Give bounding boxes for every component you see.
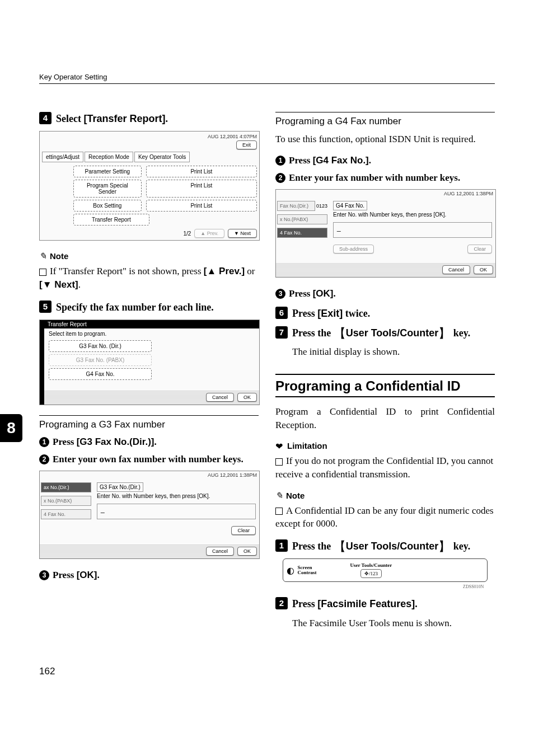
box-setting-button[interactable]: Box Setting (73, 200, 142, 212)
step7-tail: key. (451, 327, 470, 339)
limitation-body: If you do not program the Confidential I… (275, 454, 495, 481)
confidential-id-body: Program a Confidential ID to print Confi… (275, 405, 495, 433)
g3-heading: Programing a G3 Fax number (39, 415, 259, 430)
step6-lead: Press (292, 308, 317, 319)
note-label-2: Note (286, 491, 305, 500)
substep-3-number: 3 (39, 570, 49, 580)
sub-address-button[interactable]: Sub-address (333, 245, 374, 253)
screenshot-g3-entry: AUG 12,2001 1:38PM ax No.(Dir.) x No.(PA… (39, 471, 260, 559)
print-list-button-1[interactable]: Print List (146, 166, 257, 177)
tab-reception-mode[interactable]: Reception Mode (85, 152, 133, 162)
parameter-setting-button[interactable]: Parameter Setting (73, 166, 142, 177)
g3-fax-pabx-button[interactable]: G3 Fax No. (PABX) (49, 354, 152, 366)
prev-key-label: [▲ Prev.] (204, 266, 245, 276)
shot3-field: G3 Fax No.(Dir.) (97, 482, 143, 492)
stepA1-lead: Press the (292, 541, 334, 552)
side-tab-g4[interactable]: 4 Fax No. (41, 509, 91, 519)
step-a2-body: The Facsimile User Tools menu is shown. (292, 617, 495, 631)
clear-button-4[interactable]: Clear (467, 245, 492, 253)
exit-label: [Exit] (317, 308, 343, 319)
running-header: Key Operator Setting (39, 73, 495, 84)
print-list-button-2[interactable]: Print List (146, 180, 257, 198)
stepA1-tail: key. (451, 541, 470, 552)
step-a2-text: Press [Facsimile Features]. (292, 597, 418, 611)
side-tab-dir-4[interactable]: Fax No.(Dir.) (277, 201, 315, 211)
g4-substep-2-number: 2 (275, 173, 285, 183)
step-number-6: 6 (275, 307, 288, 319)
user-tools-button[interactable]: ✥/123 (360, 569, 382, 578)
g4-substep-3-number: 3 (275, 289, 285, 299)
illustration-code: ZDSS010N (287, 584, 484, 589)
next-page-button[interactable]: ▼ Next (228, 229, 257, 238)
g4-sub2-text: Enter your fax number with number keys. (289, 172, 460, 185)
user-tools-counter-label: User Tools/Counter (350, 562, 392, 568)
step7-body: The initial display is shown. (292, 345, 495, 359)
g4-sub1-lead: Press (289, 155, 313, 166)
confidential-id-heading: Programing a Confidential ID (275, 374, 495, 397)
g3-sub1-text: Press [G3 Fax No.(Dir.)]. (53, 436, 157, 449)
prev-page-button[interactable]: ▲ Prev. (194, 229, 224, 238)
fax-number-input[interactable]: _ (97, 504, 256, 519)
step-6-text: Press [Exit] twice. (292, 307, 370, 320)
tab-settings-adjust[interactable]: ettings/Adjust (42, 152, 83, 162)
note-heading: Note (39, 251, 259, 261)
note-or: or (245, 266, 255, 276)
limitation-text: If you do not program the Confidential I… (275, 456, 493, 480)
g3-sub3-lead: Press (53, 570, 77, 580)
side-tab-pabx[interactable]: x No.(PABX) (41, 496, 91, 506)
side-tab-g4-4[interactable]: 4 Fax No. (277, 228, 327, 238)
shot3-instruction: Enter No. with Number keys, then press [… (97, 493, 256, 499)
chapter-tab: 8 (0, 414, 22, 442)
g3-fax-dir-button[interactable]: G3 Fax No. (Dir.) (49, 340, 152, 352)
user-tools-counter-key-2: User Tools/Counter (346, 541, 439, 552)
g4-fax-button[interactable]: G4 Fax No. (49, 368, 152, 380)
side-tab-pabx-4[interactable]: x No.(PABX) (277, 214, 327, 224)
cancel-button[interactable]: Cancel (206, 393, 234, 402)
g4-fax-number-input[interactable]: _ (333, 222, 492, 238)
note-label: Note (50, 251, 68, 261)
step-number-a2: 2 (275, 597, 288, 609)
step-number-4: 4 (39, 112, 51, 124)
screenshot-g4-entry: AUG 12,2001 1:38PM Fax No.(Dir.) 0123 x … (275, 189, 496, 278)
contrast-label: Contrast (298, 570, 317, 575)
substep-1-number: 1 (39, 437, 49, 447)
g4-fax-no-label: [G4 Fax No.] (313, 155, 369, 166)
cancel-button-4[interactable]: Cancel (442, 265, 470, 274)
pencil-icon (39, 251, 46, 261)
transfer-report-button[interactable]: Transfer Report (73, 214, 149, 226)
exit-button[interactable]: Exit (236, 140, 257, 149)
step-7-text: Press the 【User Tools/Counter】 key. (292, 326, 470, 340)
program-special-sender-button[interactable]: Program Special Sender (73, 180, 142, 198)
tab-key-operator-tools[interactable]: Key Operator Tools (134, 152, 190, 162)
side-tab-dir[interactable]: ax No.(Dir.) (41, 482, 91, 492)
bulb-icon (275, 440, 284, 451)
next-key-label: [▼ Next] (39, 279, 78, 290)
step6-tail: twice. (343, 308, 370, 319)
ok-button[interactable]: OK (237, 393, 257, 402)
checkbox-icon-3 (275, 508, 283, 515)
shot3-datetime: AUG 12,2001 1:38PM (208, 472, 257, 478)
ok-button-4[interactable]: OK (474, 265, 493, 274)
ok-button-3[interactable]: OK (237, 547, 257, 556)
hardware-panel: Screen Contrast User Tools/Counter ✥/123 (283, 558, 488, 582)
screenshot-transfer-report: Transfer Report Select item to program. … (39, 320, 260, 405)
checkbox-icon (39, 269, 46, 276)
print-list-button-3[interactable]: Print List (146, 200, 257, 212)
user-tools-counter-key: User Tools/Counter (346, 327, 439, 339)
close-bracket-icon-2: 】 (438, 539, 451, 553)
note-text-2: A Confidential ID can be any four digit … (275, 505, 494, 529)
transfer-report-label: [Transfer Report] (83, 113, 165, 124)
cancel-button-3[interactable]: Cancel (206, 547, 234, 556)
note-body-2: . (78, 279, 81, 290)
facsimile-features-label: [Facsimile Features] (317, 598, 415, 609)
limitation-heading: Limitation (275, 440, 495, 451)
clear-button[interactable]: Clear (231, 526, 256, 535)
g3-sub3-text: Press [OK]. (53, 569, 100, 582)
g4-sub3-lead: Press (289, 288, 313, 299)
g4-sub3-tail: . (333, 288, 335, 299)
step-a1-text: Press the 【User Tools/Counter】 key. (292, 539, 470, 553)
step-number-7: 7 (275, 326, 288, 339)
shot4-field: G4 Fax No. (333, 201, 367, 210)
g3-fax-no-dir-label: [G3 Fax No.(Dir.)] (77, 436, 154, 447)
g4-heading: Programing a G4 Fax number (275, 112, 495, 127)
